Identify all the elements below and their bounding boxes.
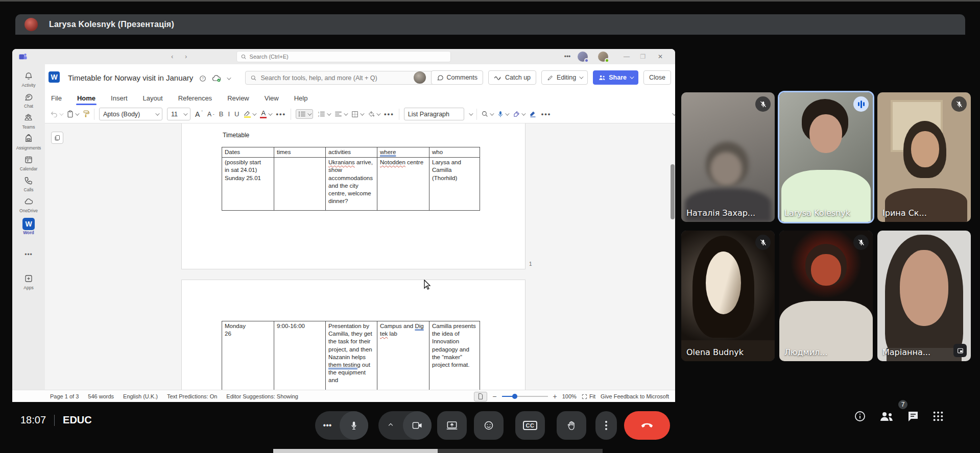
teams-search-box[interactable] xyxy=(236,51,451,62)
restore-icon[interactable]: ❐ xyxy=(637,51,649,62)
ribbon-collapse-icon[interactable] xyxy=(672,111,675,115)
activities-grid-icon[interactable] xyxy=(933,411,944,422)
collaborator-avatar[interactable] xyxy=(414,71,426,84)
present-button[interactable] xyxy=(437,411,467,440)
sidebar-more-icon[interactable]: ••• xyxy=(25,251,33,258)
titlebar-more-icon[interactable]: ••• xyxy=(562,51,573,62)
shrink-font-button[interactable]: Aˇ xyxy=(207,110,214,118)
chat-panel-icon[interactable] xyxy=(907,410,919,422)
more-ribbon-options-icon[interactable]: ••• xyxy=(541,110,552,118)
zoom-slider-handle[interactable] xyxy=(512,394,517,399)
sidebar-item-assignments[interactable]: Assignments xyxy=(16,134,41,150)
bullets-button-selected[interactable] xyxy=(296,109,313,119)
undo-button[interactable] xyxy=(50,111,62,117)
menu-help[interactable]: Help xyxy=(293,92,309,104)
zoom-in-icon[interactable]: + xyxy=(553,392,557,400)
more-options-button[interactable] xyxy=(595,411,617,440)
shield-info-icon[interactable]: ? xyxy=(199,75,206,82)
participant-tile[interactable]: Людмил... xyxy=(779,231,873,361)
grow-font-button[interactable]: Aˆ xyxy=(195,110,203,118)
sidebar-item-word-active[interactable]: W Word xyxy=(22,218,35,235)
close-window-icon[interactable]: ✕ xyxy=(655,51,666,62)
teams-search-input[interactable] xyxy=(250,54,446,60)
format-painter-button[interactable] xyxy=(83,110,89,118)
sidebar-item-calendar[interactable]: Calendar xyxy=(20,155,38,171)
page-view-button[interactable] xyxy=(474,392,487,401)
info-icon[interactable] xyxy=(854,410,866,422)
raise-hand-button[interactable] xyxy=(557,411,586,440)
timetable-table-2[interactable]: Monday 26 9:00-16:00 Presentation by Cam… xyxy=(222,321,480,390)
nav-back-icon[interactable]: ‹ xyxy=(171,53,173,60)
highlight-button[interactable] xyxy=(244,110,255,118)
participant-tile[interactable]: Olena Budnyk xyxy=(681,231,775,361)
menu-home[interactable]: Home xyxy=(76,92,97,104)
share-button[interactable]: Share xyxy=(593,70,638,85)
end-call-button[interactable] xyxy=(624,411,670,440)
feedback-link[interactable]: Give Feedback to Microsoft xyxy=(601,393,669,399)
sidebar-item-calls[interactable]: Calls xyxy=(24,176,34,192)
bold-button[interactable]: B xyxy=(219,110,224,118)
underline-button[interactable]: U xyxy=(234,110,239,118)
editor-suggestions[interactable]: Editor Suggestions: Showing xyxy=(226,393,298,399)
language[interactable]: English (U.K.) xyxy=(123,393,158,399)
people-panel-icon[interactable] xyxy=(879,411,894,422)
reactions-button[interactable] xyxy=(474,411,504,440)
italic-button[interactable]: I xyxy=(228,110,230,118)
captions-button[interactable]: CC xyxy=(515,411,545,440)
picture-in-picture-icon[interactable] xyxy=(953,344,967,357)
fit-button[interactable]: Fit xyxy=(582,393,595,399)
borders-button[interactable] xyxy=(351,111,363,118)
paste-button[interactable] xyxy=(67,110,78,118)
numbering-button[interactable]: 12 xyxy=(318,111,330,117)
editing-mode-button[interactable]: Editing xyxy=(541,70,588,85)
notification-avatar[interactable] xyxy=(577,51,588,62)
catch-up-button[interactable]: Catch up xyxy=(488,70,536,85)
participant-tile[interactable]: Наталія Захар... xyxy=(681,92,775,222)
menu-view[interactable]: View xyxy=(264,92,280,104)
participant-tile-speaking[interactable]: Larysa Kolesnyk xyxy=(779,92,873,222)
participant-tile[interactable]: Ірина Ск... xyxy=(877,92,971,222)
sidebar-item-chat[interactable]: Chat xyxy=(24,92,33,109)
camera-button[interactable] xyxy=(403,411,432,440)
menu-file[interactable]: File xyxy=(50,92,63,104)
close-doc-button[interactable]: Close xyxy=(643,70,671,85)
autosave-cloud-icon[interactable] xyxy=(211,74,222,82)
menu-references[interactable]: References xyxy=(177,92,213,104)
font-name-select[interactable]: Aptos (Body) xyxy=(99,108,162,120)
shading-button[interactable] xyxy=(368,111,379,117)
menu-insert[interactable]: Insert xyxy=(110,92,129,104)
text-predictions[interactable]: Text Predictions: On xyxy=(167,393,217,399)
sidebar-item-apps[interactable]: Apps xyxy=(23,274,33,290)
sensitivity-button[interactable] xyxy=(513,111,524,117)
profile-avatar[interactable] xyxy=(597,51,609,62)
audio-settings-icon[interactable]: ••• xyxy=(315,421,340,430)
zoom-slider[interactable] xyxy=(502,396,548,397)
participant-tile[interactable]: Маріанна... xyxy=(877,231,971,361)
chevron-down-icon[interactable] xyxy=(227,76,231,80)
camera-settings-icon[interactable] xyxy=(378,424,403,427)
more-font-options-icon[interactable]: ••• xyxy=(276,110,286,118)
scrollbar-thumb[interactable] xyxy=(671,164,675,219)
document-canvas[interactable]: Timetable Dates times activities where w… xyxy=(45,123,675,390)
minimize-icon[interactable]: — xyxy=(621,51,632,62)
font-size-select[interactable]: 11 xyxy=(167,108,190,120)
doc-page-1[interactable]: Timetable Dates times activities where w… xyxy=(181,123,525,269)
timetable-table-1[interactable]: Dates times activities where who (possib… xyxy=(222,147,480,211)
menu-review[interactable]: Review xyxy=(226,92,250,104)
dictate-button[interactable] xyxy=(497,111,508,118)
zoom-level[interactable]: 100% xyxy=(562,393,577,399)
sidebar-item-teams[interactable]: Teams xyxy=(22,113,35,130)
find-button[interactable] xyxy=(482,111,493,117)
editor-button[interactable] xyxy=(529,111,537,117)
font-color-button[interactable]: A xyxy=(260,110,271,118)
comments-button[interactable]: Comments xyxy=(431,70,483,85)
page-info[interactable]: Page 1 of 3 xyxy=(50,393,79,399)
mic-button[interactable] xyxy=(340,411,368,440)
nav-forward-icon[interactable]: › xyxy=(185,53,187,60)
styles-chevron-icon[interactable] xyxy=(469,111,473,115)
more-paragraph-options-icon[interactable]: ••• xyxy=(384,110,394,118)
styles-select[interactable]: List Paragraph xyxy=(404,108,464,120)
menu-layout[interactable]: Layout xyxy=(142,92,164,104)
zoom-out-icon[interactable]: − xyxy=(492,392,496,400)
word-count[interactable]: 546 words xyxy=(88,393,114,399)
